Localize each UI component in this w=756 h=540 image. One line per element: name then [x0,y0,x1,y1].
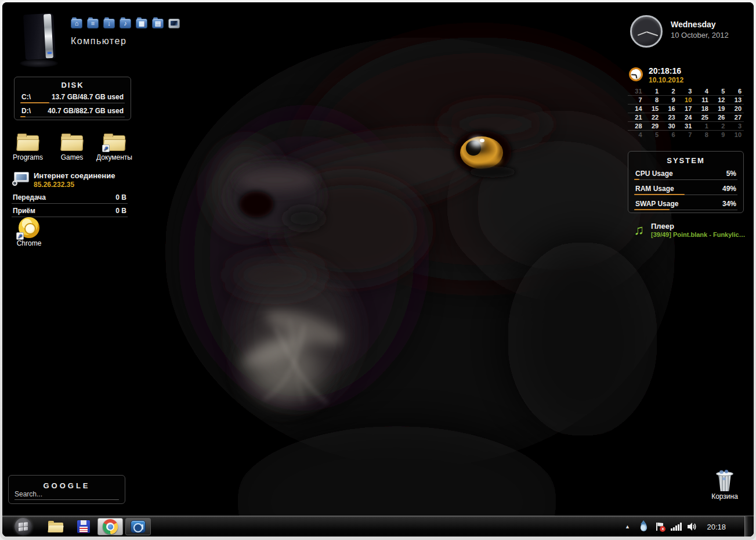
windows-logo-icon [15,518,32,535]
display-icon[interactable] [168,19,180,28]
taskbar: ▲ x 20:18 [2,516,754,537]
calendar-day: 25 [694,113,711,121]
chrome-shortcut[interactable]: ↗ Chrome [13,217,45,247]
network-connection-icon [14,172,29,185]
calendar-day: 8 [645,96,661,104]
videos-folder-icon[interactable]: ▤ [152,19,164,28]
taskbar-save-app-button[interactable] [71,518,96,535]
disk-c-drive: C:\ [21,93,31,101]
digital-time: 20:18:16 [649,66,681,75]
calendar-day: 1 [694,122,711,130]
disk-widget-title: DISK [20,81,125,89]
explorer-folder-icon [48,521,63,532]
computer-label[interactable]: Компьютер [71,36,126,46]
taskbar-chrome-button[interactable] [97,518,123,535]
recycle-bin-icon [716,470,733,491]
computer-tower-image[interactable] [14,12,63,67]
minute-hand [646,31,659,36]
folder-icon [17,134,39,151]
ram-usage-row: RAM Usage 49% [634,183,737,195]
cpu-usage-label: CPU Usage [635,170,673,178]
disk-d-drive: D:\ [21,107,31,115]
home-folder-icon[interactable]: ⌂ [71,19,82,28]
downloads-folder-icon[interactable]: ↓ [103,19,115,28]
media-player-icon [131,520,146,533]
swap-usage-bar [634,209,670,210]
weekday-label: Wednesday [671,20,716,29]
screenshot-frame: ⌂ ≡ ↓ ♪ ▦ ▤ Компьютер DISK C:\ 13.7 GB/4… [0,0,756,540]
taskbar-explorer-button[interactable] [43,518,68,535]
show-hidden-icons-button[interactable]: ▲ [622,521,632,532]
taskbar-media-player-button[interactable] [125,518,151,535]
calendar-day: 15 [645,105,661,113]
action-center-flag-icon[interactable]: x [654,521,665,532]
disk-c-bar [20,102,49,103]
calendar-day: 10 [678,96,694,104]
desktop: ⌂ ≡ ↓ ♪ ▦ ▤ Компьютер DISK C:\ 13.7 GB/4… [2,2,754,537]
shortcut-arrow-icon: ↗ [16,232,24,240]
calendar-day: 30 [661,122,678,130]
music-note-icon: ♫ [634,222,644,238]
swap-usage-row: SWAP Usage 34% [634,199,737,210]
disk-d-usage: 40.7 GB/882.7 GB used [48,107,124,115]
player-track: [39/49] Point.blank - Funkylicio... [651,231,746,238]
floppy-disk-icon [77,520,90,533]
music-folder-icon[interactable]: ♪ [120,19,131,28]
cpu-usage-bar [634,179,639,180]
calendar-day: 5 [645,131,661,139]
pictures-folder-icon[interactable]: ▦ [136,19,147,28]
recycle-bin-label: Корзина [706,492,744,501]
disk-c-usage: 13.7 GB/48.7 GB used [52,93,124,101]
folder-label: Programs [9,153,46,161]
documents-folder-icon[interactable]: ≡ [87,19,99,28]
disk-d-bar [20,116,26,117]
calendar-day: 2 [661,87,678,95]
volume-icon[interactable] [687,521,697,532]
taskbar-clock[interactable]: 20:18 [707,523,726,531]
calendar-day: 27 [727,113,744,121]
disk-widget: DISK C:\ 13.7 GB/48.7 GB used D:\ 40.7 G… [14,77,131,120]
calendar-day: 31 [678,122,694,130]
calendar-day: 17 [678,105,694,113]
calendar-day: 11 [694,96,711,104]
chrome-label: Chrome [13,239,45,247]
folder-shortcut-programs[interactable]: Programs [9,134,46,161]
calendar-day: 19 [711,105,728,113]
analog-clock-icon [630,15,663,48]
network-widget: Интернет соединение 85.26.232.35 Передач… [12,171,128,207]
calendar-day: 7 [628,96,645,104]
folder-shortcut-documents[interactable]: ↗ Документы [93,134,136,161]
calendar-day: 16 [661,105,678,113]
start-button[interactable] [10,516,36,537]
calendar-grid: 3112345678910111213141516171819202122232… [628,87,744,139]
calendar-day: 2 [711,122,728,130]
calendar-day: 23 [661,113,678,121]
folder-shortcut-games[interactable]: Games [56,134,88,161]
recycle-bin[interactable]: Корзина [706,470,744,501]
system-widget: SYSTEM CPU Usage 5% RAM Usage 49% SWAP U… [628,151,744,213]
calendar-day: 24 [678,113,694,121]
show-desktop-button[interactable] [744,516,754,537]
calendar-day: 9 [661,96,678,104]
network-upload-row: Передача 0 В [12,192,128,204]
calendar-day: 3 [678,87,694,95]
calendar-day: 22 [645,113,661,121]
orange-clock-icon [628,66,644,82]
calendar-widget: 20:18:16 10.10.2012 31123456789101112131… [628,66,744,142]
google-title: GOOGLE [9,481,125,490]
network-title: Интернет соединение [34,171,115,180]
calendar-day: 4 [628,131,645,139]
rainmeter-drop-icon[interactable] [638,521,649,532]
calendar-day: 5 [711,87,728,95]
search-input[interactable]: Search... [15,490,119,500]
tower-led [47,52,52,54]
folder-label: Документы [93,153,136,161]
network-signal-icon[interactable] [671,521,681,532]
tower-base-shadow [20,59,58,67]
player-widget[interactable]: ♫ Плеер [39/49] Point.blank - Funkylicio… [634,221,747,242]
calendar-day: 10 [727,131,744,139]
calendar-day: 6 [661,131,678,139]
date-label: 10 October, 2012 [671,31,729,39]
calendar-day: 28 [628,122,645,130]
cpu-usage-row: CPU Usage 5% [634,168,737,180]
